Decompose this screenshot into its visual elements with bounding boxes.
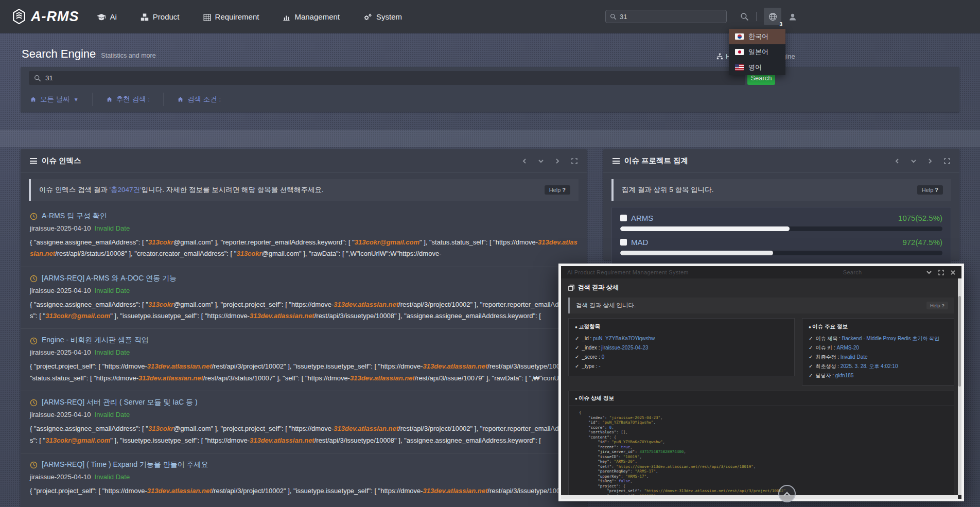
issue-info-box: 이슈 주요 정보 ✓이슈 제목 : Backend - Middle Proxy… xyxy=(802,318,954,386)
issue-title-link[interactable]: [ARMS-REQ] ( Time ) Expand 기능을 만들어 주세요 xyxy=(42,460,208,469)
lang-item-english[interactable]: 영어 xyxy=(729,60,785,75)
user-icon[interactable] xyxy=(789,12,797,21)
top-navbar: A-RMS AiProductRequirementManagementSyst… xyxy=(0,0,980,33)
help-badge[interactable]: Help? xyxy=(917,185,943,195)
issue-date: Invalid Date xyxy=(95,473,130,481)
kv-row: ✓이슈 키 : ARMS-20 xyxy=(809,343,948,353)
agg-project-value: 972(47.5%) xyxy=(902,238,942,247)
page-header: Search Engine Statistics and more xyxy=(22,47,156,61)
filter-suggested-search[interactable]: 추천 검색 : xyxy=(93,95,163,104)
chevron-left-icon[interactable] xyxy=(522,159,527,164)
search-icon xyxy=(34,74,41,83)
modal-notice: 검색 결과 상세 입니다. Help ? xyxy=(568,298,954,313)
expand-icon[interactable] xyxy=(571,158,577,164)
issue-date: Invalid Date xyxy=(95,348,130,356)
issue-list-item: [ARMS-REQ] A-RMS 와 A-DOC 연동 기능jiraissue-… xyxy=(21,267,587,329)
expand-icon[interactable] xyxy=(938,270,944,275)
filter-search-conditions[interactable]: 검색 조건 : xyxy=(164,95,234,104)
panel-controls xyxy=(522,158,577,164)
issue-meta: jiraissue-2025-04-10Invalid Date xyxy=(30,287,577,294)
issue-title-link[interactable]: Engine - 비회원 게시판 샘플 작업 xyxy=(42,336,149,345)
issue-json-preview: { "project.project_self": [ "https://dmo… xyxy=(30,361,577,384)
issue-list-item: Engine - 비회원 게시판 샘플 작업jiraissue-2025-04-… xyxy=(21,328,587,391)
fixed-fields-title: 고정항목 xyxy=(575,323,788,330)
lang-item-japanese[interactable]: 일본어 xyxy=(729,44,785,60)
table-icon xyxy=(203,12,211,21)
fixed-fields-rows: ✓_id : puN_YZYBaKa7OYiqwshw✓_index : jir… xyxy=(575,334,788,371)
issue-json-preview: { "assignee.assignee_emailAddress": [ "3… xyxy=(30,299,577,322)
issue-list: A-RMS 팀 구성 확인jiraissue-2025-04-10Invalid… xyxy=(21,205,587,503)
menu-item-requirement[interactable]: Requirement xyxy=(203,12,259,21)
main-search-input[interactable] xyxy=(45,74,730,82)
search-panel: Search 모든 날짜 ▼ 추천 검색 : 검색 조건 : xyxy=(21,67,959,112)
issue-source: jiraissue-2025-04-10 xyxy=(30,287,91,294)
window-icon xyxy=(568,284,574,291)
check-icon: ✓ xyxy=(809,363,813,369)
scrollbar-thumb[interactable] xyxy=(958,296,961,387)
issue-title-link[interactable]: [ARMS-REQ] A-RMS 와 A-DOC 연동 기능 xyxy=(42,274,177,283)
main-search-box[interactable] xyxy=(29,71,745,85)
close-icon[interactable] xyxy=(951,270,955,275)
modal-vertical-scrollbar[interactable] xyxy=(958,278,961,495)
chevron-down-icon[interactable] xyxy=(538,159,544,164)
menu-item-system[interactable]: System xyxy=(363,12,402,21)
agg-project-label[interactable]: MAD xyxy=(631,238,648,247)
modal-controls xyxy=(926,270,955,275)
issue-type-icon xyxy=(30,398,38,407)
chevron-down-icon[interactable] xyxy=(911,159,916,164)
language-globe-button[interactable]: 3 xyxy=(764,8,781,25)
navbar-search-input[interactable] xyxy=(620,13,717,21)
check-icon: ✓ xyxy=(809,336,813,341)
issue-title-link[interactable]: [ARMS-REQ] 서버 관리 ( Server 모듈 및 IaC 등 ) xyxy=(42,398,198,407)
modal-title: 검색 결과 상세 xyxy=(578,283,619,292)
home-icon xyxy=(177,96,184,102)
help-badge[interactable]: Help ? xyxy=(926,302,948,309)
scroll-to-top-button[interactable] xyxy=(778,485,796,502)
question-icon: ? xyxy=(941,303,944,308)
checkbox-icon[interactable] xyxy=(620,239,627,246)
background-highlight-band xyxy=(0,130,980,147)
collapse-icon[interactable] xyxy=(926,270,932,275)
navbar-search-box[interactable] xyxy=(605,10,727,23)
fixed-fields-box: 고정항목 ✓_id : puN_YZYBaKa7OYiqwshw✓_index … xyxy=(568,318,795,376)
chevron-right-icon[interactable] xyxy=(927,159,933,164)
filter-all-dates[interactable]: 모든 날짜 ▼ xyxy=(29,95,92,104)
cubes-icon xyxy=(141,12,149,21)
menu-item-ai[interactable]: Ai xyxy=(97,12,117,21)
project-agg-panel-header: 이슈 프로젝트 집계 xyxy=(603,149,959,173)
lang-item-korean[interactable]: 한국어 xyxy=(729,29,785,44)
chevron-right-icon[interactable] xyxy=(555,159,560,164)
bar-chart-icon xyxy=(283,12,290,21)
issue-source: jiraissue-2025-04-10 xyxy=(30,473,91,481)
question-icon: ? xyxy=(935,187,938,193)
agg-bar-fill xyxy=(620,251,773,255)
result-count-link[interactable]: '총2047건' xyxy=(110,186,142,194)
issue-index-panel: 이슈 인덱스 이슈 인덱스 검색 결과 '총2047건'입니다. 자세한 정보를… xyxy=(21,149,587,507)
brand-name: A-RMS xyxy=(31,9,79,25)
agg-progress-track xyxy=(620,251,942,255)
expand-icon[interactable] xyxy=(944,158,950,164)
issue-detail-json-code[interactable]: { "index": "jiraissue-2025-04-23", "id":… xyxy=(569,406,954,501)
issue-list-item: [ARMS-REQ] ( Time ) Expand 기능을 만들어 주세요ji… xyxy=(21,453,587,503)
main-menu: AiProductRequirementManagementSystem xyxy=(97,12,402,21)
menu-item-product[interactable]: Product xyxy=(141,12,180,21)
kv-row: ✓최초생성 : 2025. 3. 28. 오후 4:02:10 xyxy=(809,362,948,371)
menu-item-management[interactable]: Management xyxy=(283,12,340,21)
modal-horizontal-scrollbar[interactable] xyxy=(561,495,958,499)
search-icon[interactable] xyxy=(740,12,749,21)
kv-row: ✓_index : jiraissue-2025-04-23 xyxy=(575,343,788,353)
checkbox-icon[interactable] xyxy=(620,215,627,221)
check-icon: ✓ xyxy=(575,345,579,351)
agg-project-label[interactable]: ARMS xyxy=(631,214,653,222)
issue-title-link[interactable]: A-RMS 팀 구성 확인 xyxy=(42,212,107,221)
brand-logo[interactable]: A-RMS xyxy=(12,9,79,25)
project-agg-title: 이슈 프로젝트 집계 xyxy=(624,156,688,166)
arms-logo-icon xyxy=(12,9,26,24)
chevron-left-icon[interactable] xyxy=(895,159,900,164)
help-badge[interactable]: Help? xyxy=(545,185,570,195)
issue-meta: jiraissue-2025-04-10Invalid Date xyxy=(30,411,577,418)
search-filters: 모든 날짜 ▼ 추천 검색 : 검색 조건 : xyxy=(29,92,234,107)
issue-json-preview: { "project.project_self": [ "https://dmo… xyxy=(30,485,577,497)
check-icon: ✓ xyxy=(809,345,813,351)
divider xyxy=(756,12,757,21)
